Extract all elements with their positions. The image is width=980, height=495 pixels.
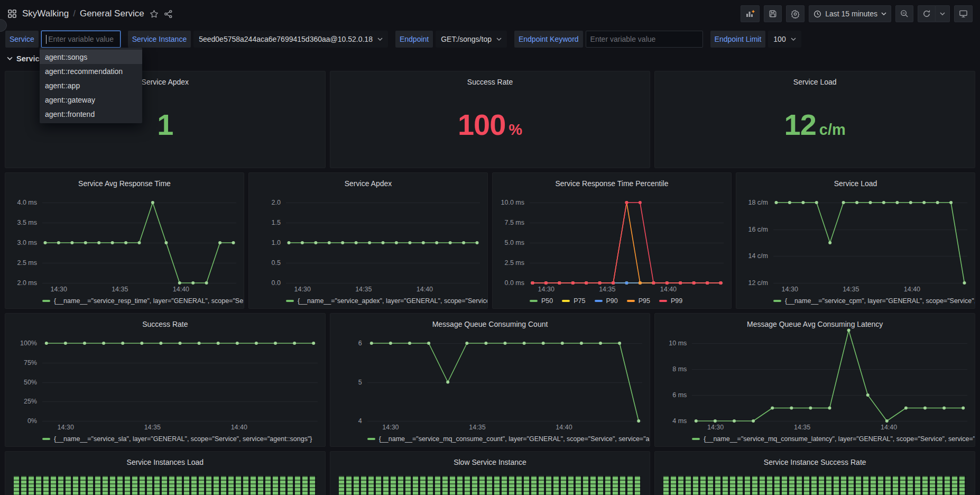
data-point bbox=[904, 407, 908, 410]
time-series-chart[interactable]: 100%75%50%25%0% 14:3014:3514:40 bbox=[5, 332, 325, 432]
legend-swatch bbox=[42, 300, 50, 302]
dropdown-option[interactable]: agent::gateway bbox=[40, 93, 142, 107]
x-axis-label: 14:30 bbox=[58, 424, 74, 431]
endpoint-value: GET:/songs/top bbox=[441, 35, 492, 43]
time-series-chart[interactable]: 10.0 ms7.5 ms5.0 ms2.5 ms0.0 ms 14:3014:… bbox=[493, 191, 731, 294]
time-series-chart[interactable]: 654 14:3014:3514:40 bbox=[330, 332, 650, 432]
legend-swatch bbox=[42, 438, 50, 440]
plot-area[interactable] bbox=[42, 203, 236, 283]
share-icon[interactable] bbox=[164, 10, 173, 19]
x-axis-label: 14:35 bbox=[112, 286, 128, 293]
gridline bbox=[42, 223, 236, 223]
refresh-interval-dropdown[interactable] bbox=[936, 5, 950, 22]
legend-label: P90 bbox=[606, 297, 618, 305]
y-axis-label: 0.5 bbox=[272, 259, 281, 267]
gridline bbox=[773, 230, 967, 230]
endpoint-limit-label: Endpoint Limit bbox=[710, 31, 766, 48]
y-axis-label: 3.0 ms bbox=[17, 239, 37, 246]
y-axis-label: 4.0 ms bbox=[17, 199, 37, 206]
endpoint-select[interactable]: GET:/songs/top bbox=[436, 31, 507, 48]
x-axis-label: 14:40 bbox=[881, 424, 897, 431]
add-panel-button[interactable] bbox=[741, 5, 760, 22]
y-axis: 4.0 ms3.5 ms3.0 ms2.5 ms2.0 ms bbox=[11, 203, 38, 283]
stat-unit: c/m bbox=[819, 121, 846, 139]
data-point bbox=[962, 407, 965, 410]
legend-item[interactable]: {__name__="service_cpm", layer="GENERAL"… bbox=[773, 297, 975, 305]
stat-number: 12 bbox=[784, 107, 816, 142]
y-axis-label: 5.0 ms bbox=[504, 239, 524, 246]
plot-area[interactable] bbox=[530, 203, 724, 283]
x-axis-label: 14:40 bbox=[660, 286, 677, 293]
y-axis-label: 75% bbox=[24, 359, 37, 366]
variable-service-instance: Service Instance 5eed0e5758a244aca6e7699… bbox=[128, 31, 388, 48]
y-axis-label: 16 c/m bbox=[748, 226, 768, 233]
star-icon[interactable] bbox=[150, 10, 159, 19]
panel-response-time-percentile: Service Response Time Percentile 10.0 ms… bbox=[492, 172, 732, 309]
legend: {__name__="service_mq_consume_count", la… bbox=[330, 432, 650, 446]
panel-success-rate-stat: Success Rate 100 % bbox=[330, 71, 651, 168]
save-dashboard-button[interactable] bbox=[764, 5, 782, 22]
legend-item[interactable]: {__name__="service_apdex", layer="GENERA… bbox=[286, 297, 487, 305]
refresh-button[interactable] bbox=[918, 5, 936, 22]
data-point bbox=[923, 407, 927, 410]
plot-area[interactable] bbox=[42, 343, 318, 421]
endpoint-keyword-input[interactable] bbox=[586, 31, 703, 48]
kiosk-mode-button[interactable] bbox=[954, 5, 973, 22]
legend-item[interactable]: {__name__="service_mq_consume_count", la… bbox=[367, 435, 650, 443]
gridline bbox=[530, 263, 724, 263]
legend-item[interactable]: P99 bbox=[659, 297, 682, 305]
settings-gear-icon[interactable] bbox=[786, 5, 805, 22]
dropdown-option[interactable]: agent::recommendation bbox=[40, 64, 142, 78]
time-series-chart[interactable]: 2.01.51.00.50.0 14:3014:3514:40 bbox=[249, 191, 487, 294]
dropdown-option[interactable]: agent::songs bbox=[40, 50, 142, 64]
legend: P50P75P90P95P99 bbox=[493, 294, 731, 308]
gridline bbox=[42, 203, 236, 203]
stat-value: 100 % bbox=[458, 107, 522, 142]
x-axis: 14:3014:3514:40 bbox=[42, 283, 236, 294]
legend-item[interactable]: {__name__="service_mq_consume_latency", … bbox=[692, 435, 975, 443]
data-point bbox=[828, 241, 831, 244]
breadcrumb-separator: / bbox=[73, 8, 76, 19]
legend-swatch bbox=[286, 300, 294, 302]
x-axis-label: 14:35 bbox=[843, 286, 859, 293]
time-series-chart[interactable]: 18 c/m16 c/m14 c/m12 c/m 14:3014:3514:40 bbox=[736, 191, 975, 294]
stat-unit: % bbox=[509, 121, 522, 139]
service-instance-value: 5eed0e5758a244aca6e7699415d360aa@10.52.0… bbox=[199, 35, 373, 43]
legend-item[interactable]: {__name__="service_sla", layer="GENERAL"… bbox=[42, 435, 312, 443]
chart-canvas[interactable] bbox=[692, 343, 967, 421]
time-series-chart[interactable]: 10 ms8 ms6 ms4 ms 14:3014:3514:40 bbox=[655, 332, 975, 432]
y-axis-label: 14 c/m bbox=[748, 252, 768, 260]
dropdown-option[interactable]: agent::frontend bbox=[40, 107, 142, 121]
time-range-picker[interactable]: Last 15 minutes bbox=[809, 5, 891, 22]
breadcrumb-app[interactable]: SkyWalking bbox=[22, 8, 69, 19]
legend-item[interactable]: P50 bbox=[530, 297, 553, 305]
y-axis-label: 2.0 ms bbox=[17, 279, 37, 287]
service-instance-select[interactable]: 5eed0e5758a244aca6e7699415d360aa@10.52.0… bbox=[193, 31, 388, 48]
stat-value-area: 12 c/m bbox=[655, 89, 975, 168]
legend-item[interactable]: P75 bbox=[562, 297, 585, 305]
plot-area[interactable] bbox=[773, 203, 967, 283]
plot-area[interactable] bbox=[692, 343, 967, 421]
chart-canvas[interactable] bbox=[773, 203, 967, 283]
legend-item[interactable]: {__name__="service_resp_time", layer="GE… bbox=[42, 297, 244, 305]
plot-area[interactable] bbox=[367, 343, 643, 421]
plot-area[interactable] bbox=[286, 203, 480, 283]
breadcrumb[interactable]: SkyWalking / General Service bbox=[22, 8, 144, 19]
bar-gauge[interactable] bbox=[339, 476, 642, 495]
chevron-down-icon bbox=[940, 12, 945, 16]
legend-item[interactable]: P90 bbox=[595, 297, 618, 305]
y-axis-label: 6 bbox=[358, 340, 362, 347]
service-variable-input[interactable]: Enter variable value bbox=[41, 31, 121, 48]
bar-gauge[interactable] bbox=[14, 476, 317, 495]
dropdown-option[interactable]: agent::app bbox=[40, 78, 142, 93]
row-section-service[interactable]: Service bbox=[0, 51, 980, 67]
legend-item[interactable]: P95 bbox=[627, 297, 650, 305]
endpoint-limit-select[interactable]: 100 bbox=[768, 31, 801, 48]
panel-service-load-chart: Service Load 18 c/m16 c/m14 c/m12 c/m 14… bbox=[736, 172, 975, 309]
time-series-chart[interactable]: 4.0 ms3.5 ms3.0 ms2.5 ms2.0 ms 14:3014:3… bbox=[5, 191, 244, 294]
zoom-out-button[interactable] bbox=[895, 5, 913, 22]
apps-grid-icon[interactable] bbox=[7, 9, 17, 19]
gridline bbox=[692, 369, 967, 370]
bar-gauge[interactable] bbox=[663, 476, 966, 495]
service-input-placeholder: Enter variable value bbox=[48, 35, 114, 43]
